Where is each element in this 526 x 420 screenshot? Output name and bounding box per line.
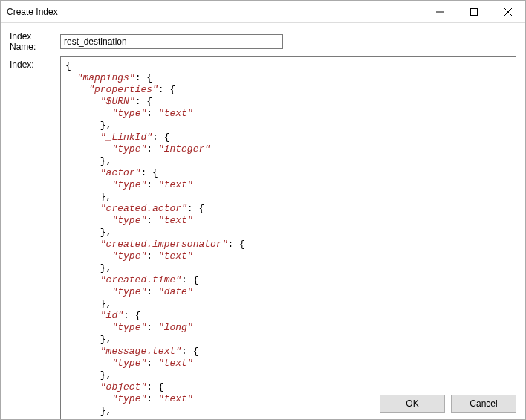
- index-name-label: Index Name:: [10, 30, 60, 52]
- svg-rect-1: [471, 8, 478, 15]
- index-name-input[interactable]: [60, 34, 283, 49]
- dialog-content: Index Name: Index: { "mappings": { "prop…: [1, 23, 525, 388]
- index-name-row: Index Name:: [10, 30, 516, 52]
- close-button[interactable]: [491, 1, 525, 23]
- index-json-textarea[interactable]: { "mappings": { "properties": { "$URN": …: [60, 56, 516, 420]
- index-row: Index: { "mappings": { "properties": { "…: [10, 56, 516, 420]
- titlebar[interactable]: Create Index: [1, 1, 525, 23]
- minimize-button[interactable]: [423, 1, 457, 23]
- ok-button[interactable]: OK: [380, 395, 445, 413]
- index-label: Index:: [10, 56, 60, 70]
- maximize-button[interactable]: [457, 1, 491, 23]
- window-title: Create Index: [7, 7, 423, 17]
- cancel-button[interactable]: Cancel: [451, 395, 516, 413]
